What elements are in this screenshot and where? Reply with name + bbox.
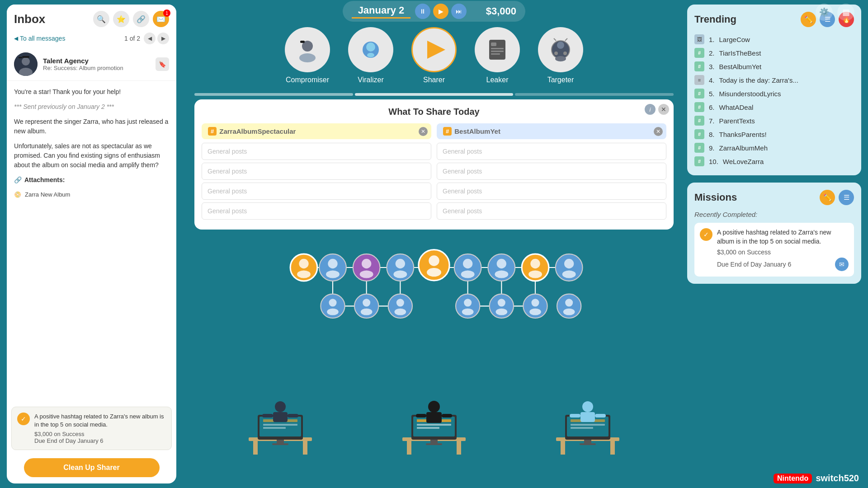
top-bar-center: January 2 ⏸ ▶ ⏭ $3,000 [343,1,525,22]
message-body-text3: Unfortunately, sales are not as spectacu… [14,141,169,170]
svg-point-62 [495,270,508,278]
svg-rect-126 [584,440,591,443]
svg-point-48 [353,254,380,281]
svg-rect-101 [273,412,288,422]
svg-rect-91 [253,441,258,455]
worker-desk-2 [398,388,470,460]
hashtag-header-1: # ZarraAlbumSpectacular ✕ [202,123,431,139]
remove-hashtag-2-button[interactable]: ✕ [654,127,663,136]
post-slot-1-4[interactable]: General posts [202,202,431,220]
trend-name-6: WhatADeal [719,103,754,111]
navigation-row: ◀ To all messages 1 of 2 ◀ ▶ [7,31,176,48]
post-slot-1-2[interactable]: General posts [202,163,431,180]
hashtag-name-1: ZarraAlbumSpectacular [219,127,296,135]
trend-icon-2: # [694,48,704,58]
svg-rect-106 [457,441,461,455]
tool-viralizer[interactable]: Viralizer [348,27,393,84]
fast-forward-button[interactable]: ⏭ [451,4,467,19]
mission-due-text: Due End of Day January 6 [717,261,791,268]
trending-item-4: ≡ 4. Today is the day: Zarra's... [694,73,854,87]
share-panel-title: What To Share Today [202,107,666,117]
inbox-mission-card: ✓ A positive hashtag related to Zarra's … [11,407,172,450]
main-area: Compromiser Viralizer Sharer [181,0,687,488]
trend-rank-1: 1. [709,36,715,43]
trend-icon-3: # [694,61,704,71]
close-button[interactable]: ✕ [658,104,669,115]
svg-point-71 [327,309,339,315]
clean-up-button[interactable]: Clean Up Sharer [24,458,160,477]
attachment-name: Zarra New Album [25,190,70,199]
svg-point-74 [361,309,373,315]
grid-icon[interactable]: ▦ [837,4,854,21]
svg-point-66 [556,254,583,281]
nintendo-logo: Nintendo [774,474,812,483]
info-button[interactable]: i [645,104,656,115]
trend-name-7: ParentTexts [719,117,755,125]
back-link[interactable]: ◀ To all messages [14,35,65,42]
svg-point-22 [554,52,558,55]
next-message-button[interactable]: ▶ [157,33,169,44]
svg-rect-111 [417,427,439,429]
svg-point-44 [297,270,311,278]
hash-symbol-2: # [443,127,452,136]
missions-pencil-button[interactable]: ✏️ [820,190,835,205]
tool-compromiser[interactable]: Compromiser [285,27,330,84]
missions-list-button[interactable]: ☰ [839,190,854,205]
svg-point-43 [299,259,308,268]
message-body-text1: You're a star! Thank you for your help! [14,87,169,97]
svg-point-65 [528,270,542,278]
svg-point-18 [557,42,564,49]
prev-message-button[interactable]: ◀ [144,33,156,44]
trending-panel: Trending ✏️ ☰ 🔥 🖼 1. LargeCow # 2. TiarI… [687,5,861,175]
post-slot-2-2[interactable]: General posts [437,163,666,180]
svg-rect-16 [491,53,500,55]
svg-rect-116 [416,414,426,418]
missions-panel-icons: ✏️ ☰ [820,190,854,205]
post-slot-1-3[interactable]: General posts [202,183,431,200]
message-body-text2: We represent the singer Zarra, who has j… [14,117,169,136]
svg-point-80 [462,309,474,315]
mission-mail-button[interactable]: ✉ [835,258,849,271]
viralizer-icon [348,27,393,72]
svg-line-20 [565,38,567,41]
tool-targeter[interactable]: Targeter [538,27,583,84]
sender-name: Talent Agency [43,57,150,65]
svg-point-6 [299,53,316,62]
tool-sharer[interactable]: Sharer [411,27,457,84]
svg-point-56 [427,268,441,277]
trending-item-6: # 6. WhatADeal [694,100,854,114]
tool-leaker[interactable]: Leaker [475,27,520,84]
right-panel: Trending ✏️ ☰ 🔥 🖼 1. LargeCow # 2. TiarI… [687,5,861,284]
attachment-item[interactable]: 📀 Zarra New Album [14,190,169,199]
trend-name-10: WeLoveZarra [723,158,764,165]
mission-details: A positive hashtag related to Zarra's ne… [717,228,849,271]
mission-icon: ✓ [17,413,30,425]
message-item[interactable]: Talent Agency Re: Success: Album promoti… [7,48,176,81]
post-slot-2-3[interactable]: General posts [437,183,666,200]
settings-icon[interactable]: ⚙️ [816,4,833,21]
mission-card-content: A positive hashtag related to Zarra's ne… [34,413,166,444]
play-button[interactable]: ▶ [433,4,448,19]
trend-rank-9: 9. [709,144,715,152]
post-slot-2-1[interactable]: General posts [437,143,666,160]
svg-point-87 [557,294,581,318]
remove-hashtag-1-button[interactable]: ✕ [419,127,428,136]
post-slot-1-1[interactable]: General posts [202,143,431,160]
post-slot-2-4[interactable]: General posts [437,202,666,220]
svg-point-86 [529,309,541,315]
svg-point-23 [555,56,566,61]
svg-point-88 [565,299,573,306]
trending-item-2: # 2. TiarIsTheBest [694,46,854,60]
top-bar-right-icons: ⚙️ ▦ [816,4,854,21]
bookmark-button[interactable]: 🔖 [156,57,169,71]
svg-rect-113 [426,443,442,445]
trending-item-1: 🖼 1. LargeCow [694,33,854,46]
svg-rect-119 [561,441,565,455]
pause-button[interactable]: ⏸ [415,4,430,19]
svg-point-45 [319,254,346,281]
trend-name-2: TiarIsTheBest [719,49,761,57]
hashtag-col-1: # ZarraAlbumSpectacular ✕ General posts … [202,123,431,222]
recently-completed-label: Recently Completed: [694,211,854,218]
svg-point-73 [363,299,370,306]
trend-rank-7: 7. [709,117,715,125]
